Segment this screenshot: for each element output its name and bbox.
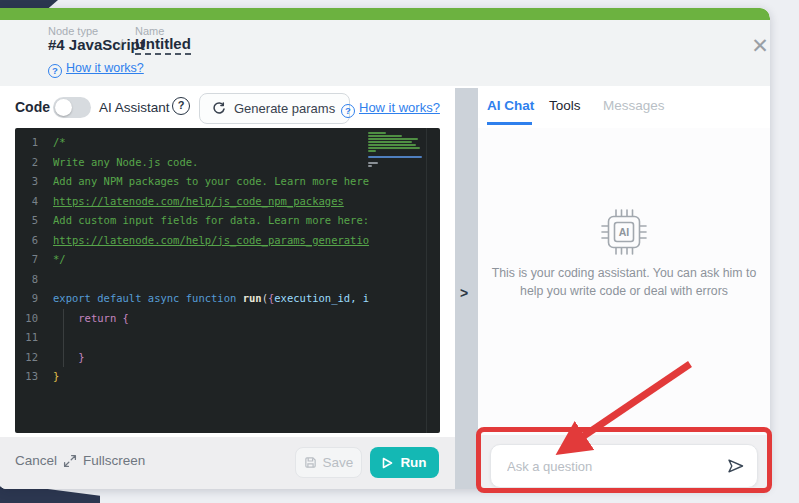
- code-line: 3Add any NPM packages to your code. Lear…: [15, 172, 440, 192]
- minimap-row: [368, 165, 372, 167]
- save-button[interactable]: Save: [295, 447, 362, 478]
- question-input-box[interactable]: [490, 444, 758, 488]
- node-editor-modal: Node type #4 JavaScript / Name Untitled …: [0, 8, 770, 489]
- header-how-it-works-link[interactable]: ?How it works?: [48, 58, 144, 78]
- regenerate-icon: [212, 102, 226, 116]
- code-line: 5Add custom input fields for data. Learn…: [15, 211, 440, 231]
- run-label: Run: [400, 455, 426, 470]
- close-icon[interactable]: ✕: [748, 34, 770, 58]
- minimap-row: [368, 147, 420, 149]
- active-tab-indicator: [487, 122, 532, 125]
- minimap-row: [368, 135, 402, 137]
- ai-chip-icon: AI: [600, 208, 648, 256]
- assistant-description: This is your coding assistant. You can a…: [484, 264, 764, 300]
- fullscreen-label: Fullscreen: [83, 453, 145, 468]
- generate-params-button[interactable]: Generate params: [199, 93, 350, 124]
- code-line: 9export default async function run({exec…: [15, 289, 440, 309]
- code-line: 10 return {: [15, 309, 440, 329]
- fullscreen-icon: [63, 454, 77, 468]
- node-type-value: #4 JavaScript: [48, 36, 145, 53]
- play-icon: [382, 457, 393, 469]
- toolbar-how-it-works-link[interactable]: ?How it works?: [341, 100, 440, 118]
- ask-question-input[interactable]: [507, 445, 717, 487]
- tab-messages[interactable]: Messages: [603, 98, 665, 113]
- cancel-button[interactable]: Cancel: [15, 453, 57, 468]
- tab-tools[interactable]: Tools: [549, 98, 581, 113]
- help-question-icon[interactable]: ?: [172, 97, 190, 115]
- minimap-row: [368, 156, 422, 158]
- minimap-row: [368, 141, 412, 143]
- assistant-panel: AI Chat Tools Messages AI: [478, 86, 770, 489]
- header-separator: /: [119, 36, 123, 53]
- ai-assistant-toggle[interactable]: [53, 97, 91, 118]
- ai-chip-text: AI: [619, 226, 630, 238]
- question-circle-icon: ?: [341, 104, 355, 118]
- editor-minimap[interactable]: [368, 132, 426, 168]
- code-line: 6https://latenode.com/help/js_code_param…: [15, 231, 440, 251]
- code-line: 4https://latenode.com/help/js_code_npm_p…: [15, 192, 440, 212]
- tab-ai-chat[interactable]: AI Chat: [487, 98, 534, 113]
- screen: Node type #4 JavaScript / Name Untitled …: [0, 0, 799, 503]
- chat-footer: [478, 435, 770, 489]
- minimap-row: [368, 162, 378, 164]
- node-name-field[interactable]: Untitled: [135, 35, 191, 55]
- code-lines: 1/*2Write any Node.js code.3Add any NPM …: [15, 133, 440, 387]
- minimap-row: [368, 144, 416, 146]
- question-circle-icon: ?: [48, 64, 62, 78]
- code-line: 8: [15, 270, 440, 290]
- send-icon[interactable]: [727, 458, 745, 474]
- editor-footer-bar: Cancel Fullscreen Save Run: [0, 437, 455, 489]
- run-button[interactable]: Run: [370, 447, 439, 478]
- fullscreen-button[interactable]: Fullscreen: [63, 453, 145, 468]
- minimap-row: [368, 150, 376, 152]
- save-icon: [304, 456, 317, 469]
- minimap-row: [368, 132, 386, 134]
- code-line: 7*/: [15, 250, 440, 270]
- code-line: 11: [15, 328, 440, 348]
- code-label: Code: [15, 99, 50, 115]
- modal-accent-bar: [0, 8, 770, 20]
- code-editor[interactable]: 1/*2Write any Node.js code.3Add any NPM …: [15, 128, 440, 433]
- chevron-right-icon: >: [460, 285, 468, 301]
- toggle-knob: [55, 99, 72, 116]
- panel-collapse-handle[interactable]: >: [455, 88, 478, 489]
- code-line: 12 }: [15, 348, 440, 368]
- minimap-row: [368, 138, 418, 140]
- generate-params-label: Generate params: [234, 101, 335, 116]
- code-line: 13}: [15, 367, 440, 387]
- ai-assistant-label: AI Assistant: [99, 100, 170, 115]
- chat-content: AI This is your coding assistant. You ca…: [478, 128, 770, 435]
- save-label: Save: [323, 455, 354, 470]
- canvas-node-shape-top: [0, 0, 58, 8]
